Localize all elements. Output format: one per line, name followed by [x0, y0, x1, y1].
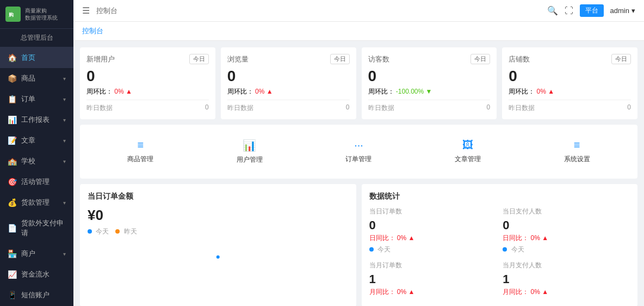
- stat-value-1: 0: [227, 68, 350, 85]
- order-card: 当日订单金额 ¥0 今天 昨天: [80, 184, 356, 306]
- content-area: 新增用户 今日 0 周环比： 0% ▲ 昨日数据 0 浏览量 今日 0 周环比：…: [73, 41, 644, 306]
- bottom-section: 当日订单金额 ¥0 今天 昨天: [80, 184, 637, 306]
- sidebar-item-icon-article: 📝: [8, 136, 17, 145]
- sidebar-item-left: 📄 货款外支付申请: [8, 218, 66, 238]
- sidebar-item-icon-payment: 📄: [8, 224, 17, 232]
- stat-yesterday-0: 昨日数据 0: [86, 100, 209, 113]
- sidebar-item-school[interactable]: 🏫 学校 ▾: [0, 151, 73, 172]
- sidebar-logo: 购 商量家购 数据管理系统: [0, 0, 73, 29]
- stat-yesterday-3: 昨日数据 0: [509, 100, 631, 113]
- stat-card-3: 店铺数 今日 0 周环比： 0% ▲ 昨日数据 0: [502, 47, 637, 119]
- quick-icon-user_mgmt: 📊: [243, 139, 256, 152]
- stat-title-1: 浏览量: [227, 54, 249, 64]
- sidebar-item-article[interactable]: 📝 文章 ▾: [0, 130, 73, 151]
- sidebar-item-label-school: 学校: [21, 156, 35, 166]
- data-item-trend-2: 月同比： 0% ▲: [369, 287, 497, 297]
- sidebar-item-icon-goods: 📦: [8, 74, 17, 83]
- quick-menu: ≡ 商品管理 📊 用户管理 ··· 订单管理 🖼 文章管理 ≡ 系统设置: [80, 125, 637, 179]
- sidebar-item-sms[interactable]: 📱 短信账户: [0, 285, 73, 305]
- logo-icon: 购: [5, 7, 21, 22]
- stats-row: 新增用户 今日 0 周环比： 0% ▲ 昨日数据 0 浏览量 今日 0 周环比：…: [80, 47, 637, 119]
- dot-today: [88, 229, 92, 234]
- topbar-right: 🔍 ⛶ 平台 admin ▾: [547, 4, 635, 17]
- stat-value-2: 0: [368, 68, 491, 85]
- quick-icon-goods_mgmt: ≡: [137, 139, 144, 151]
- stat-card-2: 访客数 今日 0 周环比： -100.00% ▼ 昨日数据 0: [362, 47, 497, 119]
- data-item-title-0: 当日订单数: [369, 207, 497, 216]
- chevron-icon-school: ▾: [63, 158, 66, 164]
- breadcrumb: 控制台: [73, 22, 644, 41]
- sidebar-item-label-cashflow: 资金流水: [21, 270, 49, 279]
- data-item-trend-0: 日同比： 0% ▲: [369, 234, 497, 243]
- quick-item-goods_mgmt[interactable]: ≡ 商品管理: [89, 133, 193, 170]
- admin-chevron: ▾: [631, 7, 635, 15]
- sidebar-item-left: 📋 订单: [8, 94, 35, 104]
- data-item-3: 当月支付人数 1 月同比： 0% ▲: [503, 261, 630, 299]
- sidebar-item-activity[interactable]: 🎯 活动管理: [0, 172, 73, 192]
- sidebar-item-left: 🏫 学校: [8, 156, 35, 166]
- sidebar-item-label-order: 订单: [21, 94, 35, 104]
- sidebar-item-label-sms: 短信账户: [21, 290, 49, 300]
- fullscreen-icon[interactable]: ⛶: [565, 6, 573, 16]
- sidebar-item-left: 📈 资金流水: [8, 270, 49, 279]
- sidebar-item-funds[interactable]: 💰 货款管理 ▾: [0, 192, 73, 213]
- sidebar-item-merchant[interactable]: 🏪 商户 ▾: [0, 243, 73, 264]
- stat-value-0: 0: [86, 68, 209, 85]
- stat-badge-2: 今日: [470, 54, 490, 64]
- sidebar-item-label-funds: 货款管理: [21, 198, 49, 207]
- data-item-0: 当日订单数 0 日同比： 0% ▲ 今天: [369, 207, 497, 254]
- stat-yesterday-1: 昨日数据 0: [227, 100, 350, 113]
- sidebar-item-cashflow[interactable]: 📈 资金流水: [0, 264, 73, 285]
- search-icon[interactable]: 🔍: [547, 5, 558, 16]
- admin-menu[interactable]: admin ▾: [610, 7, 635, 15]
- data-stats-title: 数据统计: [369, 192, 630, 201]
- stat-trend-0: 周环比： 0% ▲: [86, 87, 209, 96]
- data-grid: 当日订单数 0 日同比： 0% ▲ 今天 当日支付人数 0 日同比： 0% ▲ …: [369, 207, 630, 299]
- quick-icon-article_mgmt: 🖼: [462, 139, 473, 151]
- admin-label: admin: [610, 7, 629, 15]
- chevron-icon-funds: ▾: [63, 200, 66, 206]
- quick-item-user_mgmt[interactable]: 📊 用户管理: [198, 133, 302, 170]
- sidebar: 购 商量家购 数据管理系统 总管理后台 🏠 首页 📦 商品 ▾ 📋 订单 ▾ 📊…: [0, 0, 73, 306]
- stat-value-3: 0: [509, 68, 631, 85]
- svg-point-2: [216, 255, 220, 259]
- sidebar-item-payment[interactable]: 📄 货款外支付申请: [0, 213, 73, 243]
- topbar: ☰ 控制台 🔍 ⛶ 平台 admin ▾: [73, 0, 644, 22]
- sidebar-item-label-article: 文章: [21, 136, 35, 145]
- quick-item-order_mgmt[interactable]: ··· 订单管理: [307, 133, 411, 170]
- platform-button[interactable]: 平台: [580, 4, 604, 17]
- hamburger-icon[interactable]: ☰: [82, 5, 90, 16]
- sidebar-item-icon-school: 🏫: [8, 157, 17, 166]
- sidebar-admin-title: 总管理后台: [0, 29, 73, 47]
- stat-title-0: 新增用户: [86, 54, 115, 64]
- quick-item-article_mgmt[interactable]: 🖼 文章管理: [416, 133, 520, 170]
- sidebar-item-report[interactable]: 📊 工作报表 ▾: [0, 109, 73, 130]
- sidebar-item-label-home: 首页: [21, 53, 35, 63]
- data-item-value-2: 1: [369, 272, 497, 286]
- stat-badge-3: 今日: [611, 54, 631, 64]
- quick-label-order_mgmt: 订单管理: [345, 155, 371, 164]
- order-amount: ¥0: [88, 207, 349, 224]
- chevron-icon-article: ▾: [63, 138, 66, 144]
- quick-item-sys_settings[interactable]: ≡ 系统设置: [525, 133, 629, 170]
- sidebar-item-label-goods: 商品: [21, 74, 35, 83]
- sidebar-item-icon-activity: 🎯: [8, 178, 17, 186]
- legend-dot-1: [503, 247, 507, 252]
- data-item-trend-1: 日同比： 0% ▲: [503, 234, 630, 243]
- sidebar-item-label-activity: 活动管理: [21, 177, 49, 187]
- data-item-value-1: 0: [503, 218, 630, 232]
- stat-card-1: 浏览量 今日 0 周环比： 0% ▲ 昨日数据 0: [221, 47, 356, 119]
- sidebar-item-left: 📊 工作报表: [8, 115, 49, 125]
- sidebar-item-label-report: 工作报表: [21, 115, 49, 125]
- quick-icon-order_mgmt: ···: [354, 139, 363, 151]
- sidebar-item-icon-sms: 📱: [8, 291, 17, 299]
- sidebar-item-order[interactable]: 📋 订单 ▾: [0, 89, 73, 109]
- topbar-page-title: 控制台: [96, 6, 117, 16]
- data-item-1: 当日支付人数 0 日同比： 0% ▲ 今天: [503, 207, 630, 254]
- sidebar-item-home[interactable]: 🏠 首页: [0, 47, 73, 68]
- chevron-icon-order: ▾: [63, 96, 66, 102]
- data-item-legend-0: 今天: [369, 245, 497, 254]
- sidebar-item-goods[interactable]: 📦 商品 ▾: [0, 68, 73, 89]
- logo-text: 商量家购 数据管理系统: [25, 7, 58, 21]
- quick-label-goods_mgmt: 商品管理: [127, 155, 153, 164]
